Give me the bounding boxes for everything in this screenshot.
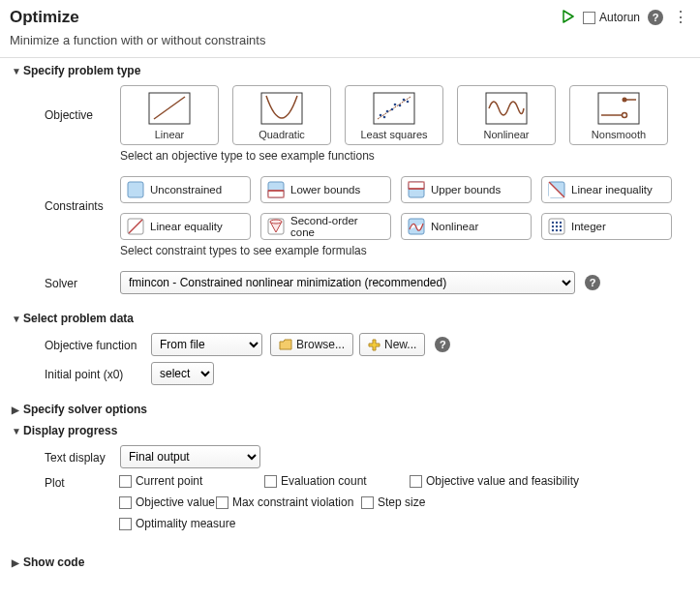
caret-down-icon: ▼ [12, 426, 21, 436]
browse-button[interactable]: Browse... [270, 333, 353, 356]
svg-rect-20 [128, 182, 143, 197]
plot-objective-value-checkbox[interactable] [119, 496, 132, 509]
objective-function-help-icon[interactable]: ? [435, 337, 450, 352]
solver-help-icon[interactable]: ? [585, 275, 600, 290]
objective-nonsmooth[interactable]: Nonsmooth [569, 85, 668, 145]
initial-point-label: Initial point (x0) [45, 366, 151, 381]
section-show-code[interactable]: ▶ Show code [12, 555, 692, 569]
autorun-label: Autorun [599, 11, 640, 24]
header: Optimize Autorun ? ⋮ Minimize a function… [0, 0, 700, 58]
svg-point-13 [407, 101, 410, 104]
svg-point-34 [270, 220, 282, 224]
help-icon[interactable]: ? [648, 10, 663, 25]
svg-line-2 [154, 97, 185, 119]
solver-select[interactable]: fmincon - Constrained nonlinear minimiza… [120, 271, 575, 294]
objective-hint: Select an objective type to see example … [120, 149, 668, 163]
constraint-integer[interactable]: Integer [541, 213, 672, 240]
constraint-linear-equality[interactable]: Linear equality [120, 213, 251, 240]
svg-point-19 [623, 113, 627, 118]
page-title: Optimize [10, 8, 562, 27]
constraint-lower-bounds[interactable]: Lower bounds [260, 176, 391, 203]
plus-icon [368, 339, 380, 351]
objective-least-squares[interactable]: Least squares [345, 85, 443, 145]
autorun-checkbox[interactable] [583, 12, 595, 24]
svg-rect-14 [486, 93, 527, 124]
caret-down-icon: ▼ [12, 66, 21, 76]
constraint-unconstrained[interactable]: Unconstrained [120, 176, 251, 203]
initial-point-select[interactable]: select [151, 362, 214, 385]
plot-optimality-measure-checkbox[interactable] [119, 518, 132, 530]
header-controls: Autorun ? ⋮ [562, 10, 690, 26]
svg-point-7 [383, 116, 386, 119]
svg-point-38 [556, 222, 558, 224]
objective-function-label: Objective function [45, 337, 151, 352]
caret-right-icon: ▶ [12, 557, 21, 568]
plot-max-constraint-violation-checkbox[interactable] [216, 496, 228, 509]
svg-point-37 [552, 222, 554, 224]
folder-icon [279, 339, 292, 350]
objective-function-select[interactable]: From file [151, 333, 262, 356]
svg-point-6 [380, 114, 382, 117]
section-select-problem-data[interactable]: ▼ Select problem data [12, 312, 692, 325]
constraint-upper-bounds[interactable]: Upper bounds [401, 176, 532, 203]
plot-label: Plot [45, 474, 119, 490]
constraint-nonlinear[interactable]: Nonlinear [401, 213, 532, 240]
svg-point-11 [399, 105, 402, 107]
svg-point-45 [560, 229, 562, 231]
constraint-second-order-cone[interactable]: Second-order cone [260, 213, 391, 240]
constraints-hint: Select constraint types to see example f… [120, 244, 682, 257]
svg-point-12 [403, 99, 406, 102]
new-button[interactable]: New... [359, 333, 425, 356]
svg-point-39 [560, 222, 562, 224]
caret-right-icon: ▶ [12, 405, 21, 415]
objective-linear[interactable]: Linear [120, 85, 219, 145]
page-subtitle: Minimize a function with or without cons… [10, 33, 690, 47]
section-specify-solver-options[interactable]: ▶ Specify solver options [12, 403, 692, 416]
section-display-progress[interactable]: ▼ Display progress [12, 424, 692, 437]
svg-point-18 [623, 98, 627, 103]
svg-point-41 [556, 225, 558, 227]
caret-down-icon: ▼ [12, 314, 21, 324]
svg-point-40 [552, 225, 554, 227]
text-display-label: Text display [45, 449, 120, 465]
section-specify-problem-type[interactable]: ▼ Specify problem type [12, 64, 692, 77]
solver-label: Solver [45, 275, 120, 290]
plot-step-size-checkbox[interactable] [361, 496, 374, 509]
objective-label: Objective [45, 85, 120, 122]
svg-point-9 [391, 108, 394, 111]
svg-marker-0 [563, 11, 573, 22]
run-button[interactable] [562, 10, 575, 26]
svg-point-8 [386, 110, 389, 113]
plot-evaluation-count-checkbox[interactable] [264, 475, 277, 488]
more-menu-icon[interactable]: ⋮ [671, 10, 690, 25]
svg-point-42 [560, 225, 562, 227]
plot-objective-value-feasibility-checkbox[interactable] [410, 475, 422, 488]
svg-point-43 [552, 229, 554, 231]
svg-rect-22 [268, 191, 284, 197]
svg-point-44 [556, 229, 558, 231]
plot-current-point-checkbox[interactable] [119, 475, 132, 488]
constraint-linear-inequality[interactable]: Linear inequality [541, 176, 672, 203]
svg-rect-15 [598, 93, 639, 124]
constraints-label: Constraints [45, 176, 120, 213]
svg-rect-25 [409, 182, 424, 189]
objective-nonlinear[interactable]: Nonlinear [457, 85, 556, 145]
svg-rect-4 [374, 93, 414, 124]
svg-point-10 [394, 104, 397, 106]
objective-quadratic[interactable]: Quadratic [232, 85, 331, 145]
svg-line-5 [378, 97, 411, 119]
text-display-select[interactable]: Final output [120, 445, 260, 468]
